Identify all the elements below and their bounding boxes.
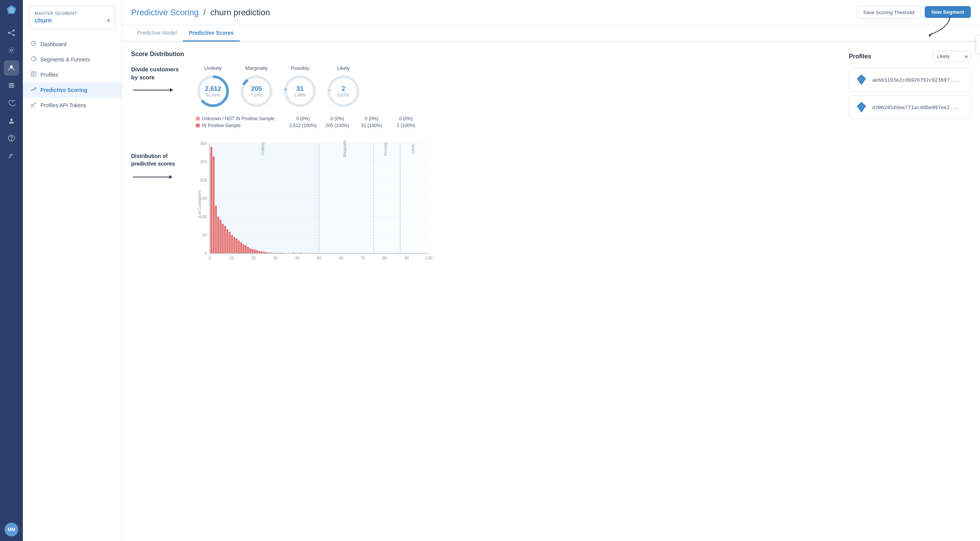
master-segment-value: churn xyxy=(35,17,51,24)
svg-point-2 xyxy=(8,32,10,34)
legend-val-unknown-0: 0 (0%) xyxy=(286,116,320,121)
svg-rect-51 xyxy=(374,143,400,253)
breadcrumb-link[interactable]: Predictive Scoring xyxy=(131,8,199,17)
score-circle-unlikely-label: Unlikely xyxy=(204,65,222,71)
svg-marker-34 xyxy=(169,175,172,179)
nav-item-api-tokens[interactable]: Profiles API Tokens xyxy=(23,98,122,113)
svg-rect-81 xyxy=(258,251,260,253)
profiles-filter-dropdown[interactable]: Unlikely Marginally Possibly Likely xyxy=(933,51,971,62)
score-unlikely-number: 2,612 xyxy=(205,85,221,93)
profiles-nav-icon xyxy=(30,71,37,79)
svg-point-15 xyxy=(11,140,12,140)
nav-item-predictive-scoring[interactable]: Predictive Scoring xyxy=(23,82,122,98)
sidebar-item-identity[interactable] xyxy=(4,113,19,128)
score-circle-likely: Likely 2 0.07% xyxy=(326,65,361,108)
profiles-panel: Profiles Unlikely Marginally Possibly Li… xyxy=(849,51,971,532)
sidebar-item-lists[interactable] xyxy=(4,78,19,93)
profile-card-1[interactable]: ae6b3193e2cd6926792c923b97... xyxy=(849,68,971,92)
sidebar-item-health[interactable] xyxy=(4,95,19,111)
nav-label-segments: Segments & Funnels xyxy=(40,56,90,63)
svg-rect-49 xyxy=(210,143,319,253)
nav-label-api-tokens: Profiles API Tokens xyxy=(40,102,86,108)
sidebar-item-profiles[interactable] xyxy=(4,60,19,76)
svg-text:50: 50 xyxy=(202,233,207,237)
svg-text:Unlikely: Unlikely xyxy=(261,142,265,155)
score-circle-unlikely: Unlikely 2,612 91.64% xyxy=(196,65,230,108)
svg-point-12 xyxy=(10,119,13,121)
divide-customers-annotation: Divide customersby score xyxy=(131,65,196,96)
divide-annotation-text: Divide customersby score xyxy=(131,65,196,81)
nav-item-profiles[interactable]: Profiles xyxy=(23,67,122,82)
svg-rect-13 xyxy=(9,122,14,124)
legend-label-positive: IN Positive Sample xyxy=(202,123,286,128)
svg-text:200: 200 xyxy=(200,178,207,182)
score-circle-marginally: Marginally 205 7.19% xyxy=(239,65,274,108)
sidebar-item-connections[interactable] xyxy=(4,25,19,40)
api-tokens-icon xyxy=(30,101,37,109)
sidebar-item-tools[interactable] xyxy=(4,148,19,163)
tab-predictive-model[interactable]: Predictive Model xyxy=(131,25,183,42)
score-possibly-number: 31 xyxy=(294,85,306,93)
breadcrumb-separator: / xyxy=(203,8,208,17)
score-possibly-pct: 1.08% xyxy=(294,93,306,97)
left-navigation: MASTER SEGMENT churn ▾ Dashboard Segment… xyxy=(23,0,122,541)
svg-text:250: 250 xyxy=(200,159,207,164)
svg-rect-83 xyxy=(263,252,265,253)
legend-dot-unknown xyxy=(196,117,200,121)
svg-point-17 xyxy=(33,43,34,44)
tab-predictive-scores[interactable]: Predictive Scores xyxy=(183,25,240,42)
score-distribution-title: Score Distribution xyxy=(131,51,840,58)
svg-rect-60 xyxy=(210,147,212,253)
master-segment-label: MASTER SEGMENT xyxy=(35,11,110,16)
tab-bar: Predictive Model Predictive Scores xyxy=(122,25,980,42)
score-unlikely-pct: 91.64% xyxy=(205,93,221,97)
svg-text:70: 70 xyxy=(361,256,365,260)
score-likely-pct: 0.07% xyxy=(337,93,349,97)
save-scoring-threshold-button[interactable]: Save Scoring Theshold xyxy=(857,6,921,19)
legend-val-unknown-3: 0 (0%) xyxy=(389,116,423,121)
svg-text:40: 40 xyxy=(295,256,300,260)
master-segment-chevron-icon: ▾ xyxy=(107,18,110,24)
main-content: Predictive Scoring / churn prediction Sa… xyxy=(122,0,980,541)
svg-rect-80 xyxy=(256,250,258,253)
page-name: churn prediction xyxy=(210,8,270,17)
master-segment-selector[interactable]: MASTER SEGMENT churn ▾ xyxy=(29,6,115,29)
legend-val-positive-1: 205 (100%) xyxy=(320,123,354,128)
profiles-header: Profiles Unlikely Marginally Possibly Li… xyxy=(849,51,971,62)
svg-text:300: 300 xyxy=(200,141,207,146)
svg-rect-62 xyxy=(215,206,217,253)
svg-rect-96 xyxy=(293,253,295,253)
predictive-scoring-icon xyxy=(30,86,37,94)
svg-text:Marginally: Marginally xyxy=(343,140,347,158)
profile-diamond-icon-1 xyxy=(855,74,868,86)
sidebar-item-help[interactable] xyxy=(4,130,19,146)
legend-row-positive: IN Positive Sample 2,612 (100%) 205 (100… xyxy=(196,123,840,128)
svg-text:0: 0 xyxy=(209,256,211,260)
profiles-filter-dropdown-wrapper: Unlikely Marginally Possibly Likely xyxy=(933,51,971,62)
sidebar-icon-strip: MM xyxy=(0,0,23,541)
svg-rect-78 xyxy=(252,249,253,253)
svg-rect-79 xyxy=(254,250,256,253)
nav-label-predictive-scoring: Predictive Scoring xyxy=(40,87,87,93)
sidebar-item-settings[interactable] xyxy=(4,43,19,58)
svg-rect-63 xyxy=(217,217,219,253)
svg-point-23 xyxy=(31,105,34,107)
profile-id-2: d3062854dee771acddbe997ee2... xyxy=(872,105,959,110)
svg-rect-65 xyxy=(222,224,224,253)
user-avatar[interactable]: MM xyxy=(5,523,18,536)
nav-item-dashboard[interactable]: Dashboard xyxy=(23,37,122,52)
svg-text:20: 20 xyxy=(251,256,256,260)
svg-rect-69 xyxy=(231,235,233,253)
legend-val-positive-0: 2,612 (100%) xyxy=(286,123,320,128)
chart-section: Distribution ofpredictive scores 300 250… xyxy=(131,137,840,269)
score-circle-possibly-label: Possibly xyxy=(291,65,309,71)
score-circle-likely-label: Likely xyxy=(337,65,350,71)
svg-rect-10 xyxy=(9,85,14,86)
score-likely-number: 2 xyxy=(337,85,349,93)
svg-marker-24 xyxy=(929,33,932,37)
nav-item-segments[interactable]: Segments & Funnels xyxy=(23,52,122,67)
svg-text:10: 10 xyxy=(229,256,234,260)
new-segment-annotation: Create a new segmentbased on predictions xyxy=(976,35,980,53)
profile-card-2[interactable]: d3062854dee771acddbe997ee2... xyxy=(849,95,971,119)
legend-val-unknown-1: 0 (0%) xyxy=(320,116,354,121)
